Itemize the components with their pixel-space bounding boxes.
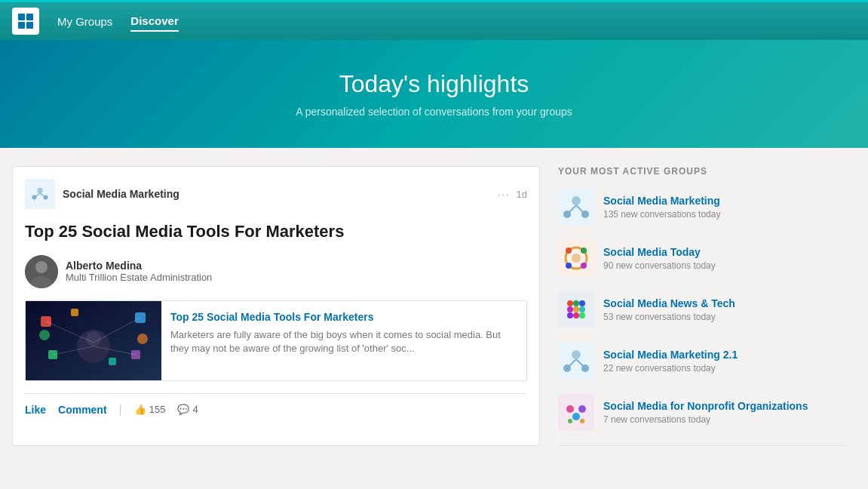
post-dots-menu[interactable]: ··· <box>498 189 511 200</box>
action-separator: | <box>119 403 122 417</box>
discover-link[interactable]: Discover <box>130 11 178 32</box>
group-info-name: Social Media for Nonprofit Organizations <box>603 400 808 412</box>
sidebar: YOUR MOST ACTIVE GROUPS Social Media Mar… <box>558 166 845 446</box>
post-group[interactable]: Social Media Marketing <box>25 179 179 209</box>
group-info-name: Social Media Today <box>603 246 716 258</box>
group-info-name: Social Media Marketing <box>603 195 720 207</box>
svg-rect-20 <box>71 309 78 316</box>
like-count: 👍 155 <box>134 404 166 415</box>
svg-rect-57 <box>558 394 594 430</box>
group-info-name: Social Media Marketing 2.1 <box>603 349 738 361</box>
sidebar-group-item[interactable]: Social Media for Nonprofit Organizations… <box>558 394 845 430</box>
post-timestamp: 1d <box>517 189 527 200</box>
thumbs-up-icon: 👍 <box>134 404 146 415</box>
group-info-count: 7 new conversations today <box>603 414 808 425</box>
sidebar-group-item[interactable]: Social Media News & Tech 53 new conversa… <box>558 291 845 328</box>
svg-point-44 <box>579 300 585 306</box>
svg-point-11 <box>35 261 48 273</box>
comment-icon: 💬 <box>177 404 189 415</box>
link-preview-title: Top 25 Social Media Tools For Marketers <box>170 310 517 324</box>
group-icon <box>558 343 594 379</box>
svg-point-23 <box>39 330 50 340</box>
svg-rect-2 <box>18 22 25 29</box>
svg-rect-28 <box>558 189 594 225</box>
my-groups-link[interactable]: My Groups <box>57 12 112 31</box>
group-info-count: 22 new conversations today <box>603 363 738 374</box>
group-info-count: 53 new conversations today <box>603 312 735 322</box>
svg-point-58 <box>566 405 574 413</box>
svg-point-22 <box>137 334 148 344</box>
post-group-thumb <box>25 179 55 209</box>
svg-point-62 <box>580 419 584 423</box>
link-preview-image <box>26 301 161 380</box>
post-card: Social Media Marketing ··· 1d Top 25 Soc… <box>12 166 540 446</box>
comment-button[interactable]: Comment <box>58 404 107 416</box>
svg-point-40 <box>581 263 587 269</box>
svg-point-15 <box>86 331 101 346</box>
svg-point-37 <box>566 248 572 254</box>
svg-point-45 <box>567 306 573 312</box>
post-actions: Like Comment | 👍 155 💬 4 <box>25 393 527 417</box>
hero-title: Today's highlights <box>15 70 853 98</box>
sidebar-divider <box>558 445 845 446</box>
svg-point-36 <box>572 254 581 263</box>
author-name: Alberto Medina <box>66 260 212 272</box>
comment-count: 💬 4 <box>177 404 198 415</box>
svg-rect-21 <box>109 358 116 365</box>
svg-point-43 <box>573 300 579 306</box>
svg-rect-51 <box>558 343 594 379</box>
group-icon <box>558 394 594 430</box>
svg-point-48 <box>567 312 573 318</box>
like-button[interactable]: Like <box>25 404 46 416</box>
sidebar-group-item[interactable]: Social Media Marketing 135 new conversat… <box>558 189 845 225</box>
svg-rect-0 <box>18 14 25 20</box>
post-group-name: Social Media Marketing <box>63 188 179 200</box>
hero-section: Today's highlights A personalized select… <box>0 40 868 148</box>
svg-point-42 <box>567 300 573 306</box>
sidebar-group-item[interactable]: Social Media Today 90 new conversations … <box>558 240 845 276</box>
group-info-count: 135 new conversations today <box>603 209 720 220</box>
svg-point-49 <box>573 312 579 318</box>
svg-point-60 <box>572 413 580 420</box>
svg-point-61 <box>568 419 572 423</box>
navbar: My Groups Discover <box>0 0 868 40</box>
sidebar-group-item[interactable]: Social Media Marketing 2.1 22 new conver… <box>558 343 845 379</box>
svg-point-38 <box>581 248 587 254</box>
author-avatar <box>25 255 58 288</box>
link-preview[interactable]: Top 25 Social Media Tools For Marketers … <box>25 300 527 381</box>
svg-point-50 <box>579 312 585 318</box>
svg-point-39 <box>566 263 572 269</box>
group-icon <box>558 189 594 225</box>
group-info-name: Social Media News & Tech <box>603 297 735 309</box>
svg-point-29 <box>572 196 581 205</box>
svg-rect-4 <box>29 183 51 205</box>
svg-point-5 <box>37 188 43 194</box>
svg-rect-3 <box>26 22 33 29</box>
group-icon <box>558 240 594 276</box>
link-preview-desc: Marketers are fully aware of the big boy… <box>170 328 517 355</box>
svg-point-46 <box>573 306 579 312</box>
svg-point-59 <box>578 405 586 413</box>
post-title: Top 25 Social Media Tools For Marketers <box>25 221 527 243</box>
group-list: Social Media Marketing 135 new conversat… <box>558 189 845 430</box>
svg-point-52 <box>572 350 581 359</box>
nav-logo[interactable] <box>12 8 39 35</box>
group-info-count: 90 new conversations today <box>603 260 716 271</box>
author-company: Multi Trillion Estate Administration <box>66 272 212 283</box>
svg-point-47 <box>579 306 585 312</box>
hero-subtitle: A personalized selection of conversation… <box>15 106 853 118</box>
svg-rect-1 <box>26 14 33 20</box>
group-icon <box>558 291 594 328</box>
sidebar-section-title: YOUR MOST ACTIVE GROUPS <box>558 166 845 177</box>
